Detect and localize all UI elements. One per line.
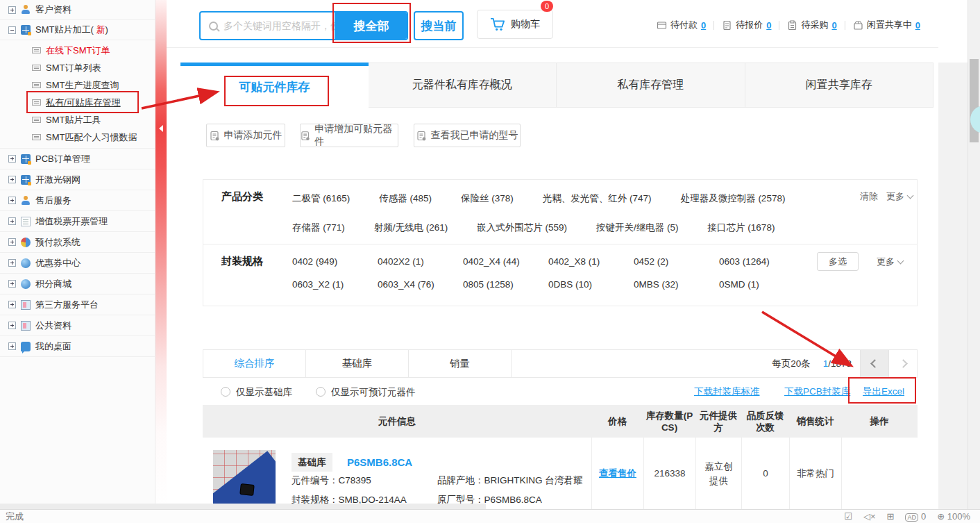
package-option[interactable]: 0402X2 (1): [378, 256, 463, 267]
mute-icon[interactable]: ◁×: [863, 511, 876, 522]
package-option[interactable]: 0SMD (1): [719, 279, 804, 290]
sidebar-item-smt-progress[interactable]: SMT生产进度查询: [0, 76, 155, 94]
category-option[interactable]: 射频/无线电 (261): [374, 222, 448, 234]
sidebar-item-prepay[interactable]: 预付款系统: [0, 232, 155, 253]
sidebar-item-my-desktop[interactable]: 我的桌面: [0, 336, 155, 357]
prev-page-button[interactable]: [860, 350, 888, 377]
category-option[interactable]: 处理器及微控制器 (2578): [681, 192, 786, 205]
category-option[interactable]: 保险丝 (378): [461, 192, 514, 205]
radio-preorderable-only[interactable]: [316, 387, 326, 397]
pending-purchase-count[interactable]: 0: [831, 20, 836, 31]
pending-purchase-link[interactable]: 待采购 0: [787, 19, 836, 31]
category-option[interactable]: 嵌入式外围芯片 (559): [477, 222, 567, 234]
ad-filter-indicator[interactable]: AD0: [905, 511, 926, 522]
package-option[interactable]: 0603_X4 (76): [378, 279, 463, 290]
tab-private-stock-overview[interactable]: 元器件私有库存概况: [369, 63, 557, 108]
filter-divider: [203, 244, 917, 244]
idle-sharing-count[interactable]: 0: [915, 20, 920, 31]
multi-select-button[interactable]: 多选: [817, 252, 859, 271]
collapse-icon[interactable]: [8, 26, 16, 34]
expand-icon[interactable]: [8, 6, 16, 14]
sidebar-item-offline-smt-order[interactable]: 在线下SMT订单: [0, 42, 155, 59]
cart-button[interactable]: 购物车: [477, 10, 553, 39]
category-option[interactable]: 存储器 (771): [292, 222, 345, 234]
next-page-button[interactable]: [888, 350, 917, 377]
category-option[interactable]: 传感器 (485): [379, 192, 432, 205]
sidebar-item-third-party[interactable]: 第三方服务平台: [0, 294, 155, 315]
compat-check-icon[interactable]: ☑: [844, 511, 852, 522]
search-input[interactable]: [223, 20, 335, 31]
pending-quote-count[interactable]: 0: [766, 20, 771, 31]
collapse-left-icon[interactable]: [159, 125, 163, 132]
view-price-link[interactable]: 查看售价: [599, 466, 636, 481]
package-option[interactable]: 0402_X4 (44): [463, 256, 548, 267]
radio-basic-lib-only[interactable]: [221, 387, 230, 397]
pending-quote-link[interactable]: 待报价 0: [722, 19, 771, 31]
package-option[interactable]: 0DBS (10): [548, 279, 634, 290]
document-icon: [301, 131, 310, 141]
sidebar-item-customer-info[interactable]: 客户资料: [0, 0, 155, 20]
col-stock-qty: 库存数量(PCS): [643, 405, 695, 438]
expand-icon[interactable]: [8, 155, 16, 163]
apply-add-placeable-button[interactable]: 申请增加可贴元器件: [300, 124, 398, 147]
expand-icon[interactable]: [8, 322, 16, 329]
sidebar-item-vat-invoice[interactable]: 增值税票开票管理: [0, 211, 155, 232]
pending-payment-count[interactable]: 0: [701, 20, 706, 31]
package-option[interactable]: 0402 (949): [292, 256, 378, 267]
expand-icon[interactable]: [8, 259, 16, 267]
sidebar-item-smt-group[interactable]: SMT贴片加工( 新): [0, 20, 155, 40]
apply-add-component-button[interactable]: 申请添加元件: [206, 124, 285, 147]
sidebar-collapse-band[interactable]: [155, 0, 167, 509]
clear-filters-link[interactable]: 清除: [860, 190, 878, 203]
category-more-link[interactable]: 更多: [886, 190, 913, 203]
category-option[interactable]: 接口芯片 (1678): [708, 222, 775, 234]
tab-private-stock-mgmt[interactable]: 私有库存管理: [557, 63, 745, 108]
sort-tab-basic-lib[interactable]: 基础库: [306, 350, 409, 377]
radio-basic-lib-label[interactable]: 仅显示基础库: [236, 386, 292, 399]
zoom-level[interactable]: ⊕ 100%: [937, 511, 970, 522]
sort-tab-comprehensive[interactable]: 综合排序: [203, 350, 306, 377]
package-option[interactable]: 0MBS (32): [634, 279, 719, 290]
export-excel-link[interactable]: 导出Excel: [863, 385, 904, 398]
horizontal-scrollbar[interactable]: [0, 504, 486, 509]
tab-placeable-stock[interactable]: 可贴元件库存: [180, 63, 369, 108]
package-option[interactable]: 0603_X2 (1): [292, 279, 378, 290]
part-number-link[interactable]: P6SMB6.8CA: [347, 455, 412, 470]
package-more-link[interactable]: 更多: [877, 256, 903, 268]
tab-idle-shared-stock[interactable]: 闲置共享库存: [745, 63, 934, 108]
package-option[interactable]: 0452 (2): [634, 256, 719, 267]
package-option[interactable]: 0805 (1258): [463, 279, 548, 290]
download-pcb-library-link[interactable]: 下载PCB封装库: [784, 385, 850, 398]
sidebar-item-private-stock-mgmt[interactable]: 私有/可贴库存管理: [0, 94, 155, 111]
expand-icon[interactable]: [8, 342, 16, 350]
expand-icon[interactable]: [8, 280, 16, 288]
view-my-applied-parts-button[interactable]: 查看我已申请的型号: [414, 124, 521, 147]
radio-preorderable-label[interactable]: 仅显示可预订元器件: [331, 386, 416, 399]
sidebar-item-laser-stencil[interactable]: 开激光钢网: [0, 169, 155, 190]
package-option[interactable]: 0603 (1264): [719, 256, 804, 267]
expand-icon[interactable]: [8, 197, 16, 204]
pending-payment-link[interactable]: 待付款 0: [657, 19, 706, 31]
sidebar-item-coupon-center[interactable]: 优惠券中心: [0, 253, 155, 274]
search-current-button[interactable]: 搜当前: [414, 11, 464, 40]
sidebar-item-pcb-orders[interactable]: PCB订单管理: [0, 149, 155, 169]
package-option[interactable]: 0402_X8 (1): [548, 256, 634, 267]
sidebar-item-after-sales[interactable]: 售后服务: [0, 190, 155, 211]
download-package-standard-link[interactable]: 下载封装库标准: [694, 385, 760, 398]
box-plus-icon[interactable]: ⊞: [887, 511, 895, 522]
sidebar-item-smt-order-list[interactable]: SMT订单列表: [0, 59, 155, 76]
sidebar-item-smt-tools[interactable]: SMT贴片工具: [0, 111, 155, 128]
category-option[interactable]: 光耦、发光管、红外 (747): [543, 192, 652, 205]
search-all-button[interactable]: 搜全部: [335, 11, 408, 40]
sidebar-item-smt-habit-data[interactable]: SMT匹配个人习惯数据: [0, 128, 155, 146]
sidebar-item-public-data[interactable]: 公共资料: [0, 315, 155, 336]
expand-icon[interactable]: [8, 301, 16, 308]
category-option[interactable]: 按键开关/继电器 (5): [596, 222, 679, 234]
expand-icon[interactable]: [8, 217, 16, 225]
sidebar-item-points-mall[interactable]: 积分商城: [0, 274, 155, 294]
category-option[interactable]: 二极管 (6165): [292, 192, 350, 205]
idle-sharing-link[interactable]: 闲置共享中 0: [853, 19, 920, 31]
expand-icon[interactable]: [8, 238, 16, 246]
sort-tab-sales[interactable]: 销量: [409, 350, 512, 377]
expand-icon[interactable]: [8, 176, 16, 183]
